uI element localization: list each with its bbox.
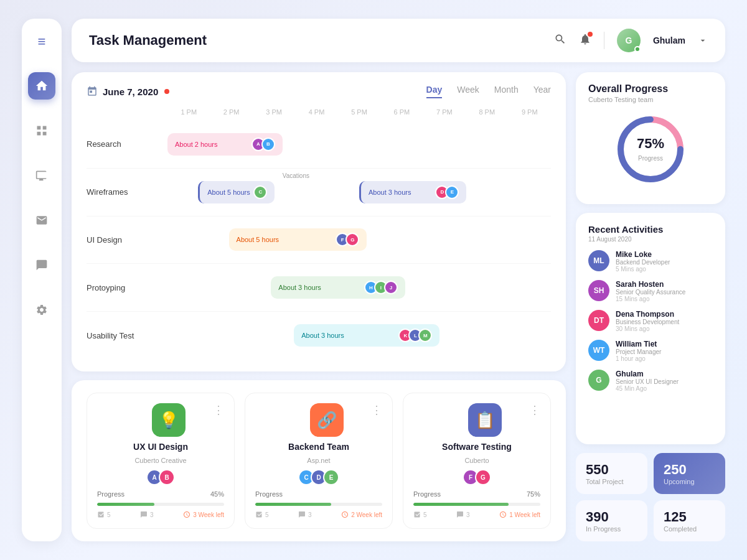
- bottom-panel: 💡 ⋮ UX UI Design Cuberto Creative A B Pr…: [72, 380, 566, 541]
- bar-avatars-uid: F G: [339, 233, 359, 246]
- tab-month[interactable]: Month: [494, 85, 519, 98]
- donut-container: 75% Progress: [588, 112, 713, 187]
- deadline-backend: 2 Week left: [341, 511, 382, 518]
- card-footer-ux: 5 3 3 Week left: [97, 511, 224, 518]
- row-content-usability: About 3 hours K L M: [167, 312, 551, 359]
- sidebar-item-monitor[interactable]: [28, 162, 55, 189]
- body-layout: June 7, 2020 Day Week Month Year: [72, 72, 725, 541]
- card-menu-backend[interactable]: ⋮: [371, 403, 382, 417]
- card-avatar-t2: G: [475, 469, 491, 485]
- gantt-time-row: 1 PM 2 PM 3 PM 4 PM 5 PM 6 PM 7 PM 8 PM …: [167, 108, 551, 116]
- time-1pm: 1 PM: [167, 108, 210, 116]
- activity-role-0: Backend Developer: [616, 259, 713, 266]
- bar-label-usability: About 3 hours: [301, 332, 397, 339]
- overall-title: Overall Progress: [588, 83, 713, 95]
- gantt-bar-usability[interactable]: About 3 hours K L M: [294, 324, 439, 347]
- card-team-testing: Cuberto: [464, 457, 489, 464]
- search-button[interactable]: [554, 33, 566, 49]
- avatar: G: [617, 29, 641, 52]
- calendar-icon: [87, 86, 98, 97]
- bar-avatars-wire1: C: [257, 185, 267, 199]
- activity-time-1: 15 Mins ago: [616, 296, 713, 302]
- gantt-row-usability: Usability Test About 3 hours K L M: [87, 312, 551, 359]
- activities-title: Recent Activities: [588, 224, 713, 235]
- task-icon-testing: [413, 511, 421, 518]
- overall-subtitle: Cuberto Testing team: [588, 96, 713, 103]
- time-8pm: 8 PM: [466, 108, 508, 116]
- stat-total-number: 550: [586, 462, 637, 478]
- card-avatar-ux2: B: [159, 469, 175, 485]
- settings-icon: [35, 304, 48, 316]
- chat-icon: [35, 259, 48, 271]
- card-menu-ux[interactable]: ⋮: [213, 403, 224, 417]
- sidebar-item-grid[interactable]: [28, 117, 55, 144]
- notification-button[interactable]: [579, 33, 591, 49]
- deadline-testing: 1 Week left: [499, 511, 540, 518]
- activity-info-1: Sarah Hosten Senior Quality Assurance 15…: [616, 280, 713, 302]
- progress-label-testing: Progress: [413, 490, 441, 498]
- header-divider: [604, 32, 604, 49]
- progress-pct-ux: 45%: [210, 490, 224, 498]
- gantt-bar-research[interactable]: About 2 hours A B: [167, 133, 283, 156]
- row-label-wireframes: Wireframes: [87, 187, 167, 197]
- gantt-panel: June 7, 2020 Day Week Month Year: [72, 72, 566, 371]
- time-2pm: 2 PM: [210, 108, 252, 116]
- sidebar-item-chat[interactable]: [28, 251, 55, 279]
- project-cards: 💡 ⋮ UX UI Design Cuberto Creative A B Pr…: [87, 393, 551, 529]
- card-icon-testing: 📋: [468, 403, 502, 437]
- activity-info-4: Ghulam Senior UX UI Designer 45 Min Ago: [616, 370, 713, 392]
- sidebar-item-settings[interactable]: [28, 296, 55, 324]
- activity-item-3: WT William Tiet Project Manager 1 hour a…: [588, 340, 713, 362]
- card-footer-backend: 5 3 2 Week left: [255, 511, 382, 518]
- search-icon: [554, 33, 566, 45]
- row-content-uidesign: About 5 hours F G: [167, 217, 551, 264]
- activity-name-0: Mike Loke: [616, 250, 713, 259]
- activity-avatar-4: G: [588, 370, 609, 391]
- bar-label-research: About 2 hours: [175, 141, 250, 148]
- clock-icon-testing: [499, 511, 507, 518]
- card-tasks-ux: 5: [97, 511, 111, 518]
- stat-upcoming-label: Upcoming: [664, 478, 715, 485]
- time-4pm: 4 PM: [295, 108, 337, 116]
- main-content: Task Management G Ghulam: [72, 19, 725, 541]
- gantt-bar-uidesign[interactable]: About 5 hours F G: [229, 228, 367, 251]
- sidebar-item-mail[interactable]: [28, 207, 55, 234]
- gantt-bar-prototyping[interactable]: About 3 hours H I J: [271, 276, 405, 299]
- activity-time-3: 1 hour ago: [616, 355, 713, 362]
- card-icon-backend: 🔗: [310, 403, 344, 437]
- time-9pm: 9 PM: [509, 108, 551, 116]
- bar-label-prototyping: About 3 hours: [278, 284, 363, 291]
- bar-label-wireframes-1: About 5 hours: [207, 189, 252, 196]
- activity-list: ML Mike Loke Backend Developer 5 Mins ag…: [588, 250, 713, 392]
- sidebar-item-home[interactable]: [28, 72, 55, 100]
- activity-item-4: G Ghulam Senior UX UI Designer 45 Min Ag…: [588, 370, 713, 392]
- avatar-p3: J: [384, 281, 398, 294]
- activity-item-1: SH Sarah Hosten Senior Quality Assurance…: [588, 280, 713, 302]
- gantt-rows: Research About 2 hours A B: [87, 121, 551, 359]
- gantt-bar-wireframes-1[interactable]: About 5 hours C: [198, 181, 275, 203]
- chevron-down-icon[interactable]: [698, 35, 708, 45]
- avatar-uid2: G: [345, 233, 359, 246]
- card-icon-ux: 💡: [152, 403, 186, 437]
- card-comments-testing: 3: [456, 511, 470, 518]
- right-panel: Overall Progress Cuberto Testing team: [576, 72, 725, 541]
- tab-week[interactable]: Week: [457, 85, 479, 98]
- activity-name-4: Ghulam: [616, 370, 713, 378]
- notification-badge: [588, 32, 593, 37]
- gantt-bar-wireframes-2[interactable]: About 3 hours D E: [359, 181, 466, 203]
- activity-name-3: William Tiet: [616, 340, 713, 348]
- card-menu-testing[interactable]: ⋮: [529, 403, 540, 417]
- row-content-research: About 2 hours A B: [167, 121, 551, 168]
- stat-upcoming: 250 Upcoming: [654, 453, 725, 494]
- donut-percent: 75%: [637, 136, 664, 152]
- sidebar-logo: ≡: [38, 34, 46, 50]
- tab-year[interactable]: Year: [533, 85, 551, 98]
- tab-day[interactable]: Day: [426, 85, 443, 98]
- project-card-ux: 💡 ⋮ UX UI Design Cuberto Creative A B Pr…: [87, 393, 235, 529]
- row-label-research: Research: [87, 139, 167, 149]
- comment-icon-testing: [456, 511, 464, 518]
- monitor-icon: [35, 169, 48, 182]
- avatar-2: B: [261, 138, 275, 151]
- activity-role-2: Business Development: [616, 319, 713, 325]
- vacation-label: Vacations: [283, 172, 309, 179]
